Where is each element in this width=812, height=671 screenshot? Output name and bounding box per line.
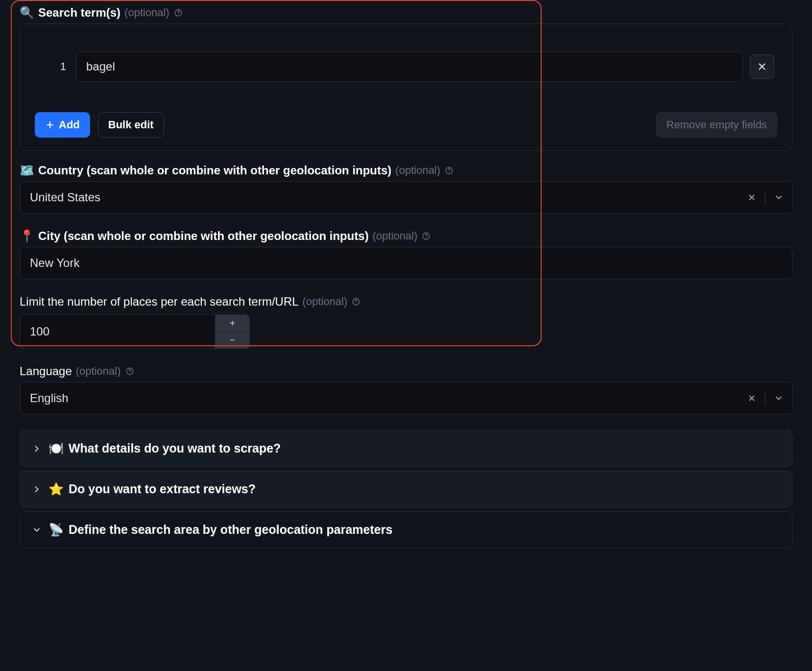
accordion-details[interactable]: 🍽️ What details do you want to scrape? <box>20 430 792 467</box>
bulk-edit-button[interactable]: Bulk edit <box>98 112 164 138</box>
chevron-right-icon <box>32 484 42 494</box>
remove-empty-button[interactable]: Remove empty fields <box>656 112 777 138</box>
help-icon[interactable] <box>351 297 361 307</box>
chevron-down-icon <box>32 525 42 535</box>
city-label: 📍 City (scan whole or combine with other… <box>0 225 812 247</box>
country-select[interactable]: United States <box>20 181 792 214</box>
limit-label-text: Limit the number of places per each sear… <box>20 295 299 309</box>
add-term-label: Add <box>59 119 80 131</box>
chevron-down-icon <box>774 393 784 403</box>
svg-point-5 <box>426 238 427 238</box>
optional-tag: (optional) <box>395 164 440 177</box>
help-icon[interactable] <box>125 366 135 376</box>
limit-input[interactable] <box>20 315 215 348</box>
star-icon: ⭐ <box>48 482 64 496</box>
pin-icon: 📍 <box>20 229 34 243</box>
accordion-details-title: What details do you want to scrape? <box>69 441 281 455</box>
search-terms-label-text: Search term(s) <box>38 6 120 20</box>
plus-icon <box>45 120 55 130</box>
optional-tag: (optional) <box>76 365 121 378</box>
accordion-geolocation[interactable]: 📡 Define the search area by other geoloc… <box>20 511 792 548</box>
language-label: Language (optional) <box>0 360 812 382</box>
chevron-right-icon <box>32 444 42 454</box>
city-label-text: City (scan whole or combine with other g… <box>38 229 369 243</box>
svg-point-1 <box>178 14 178 15</box>
language-label-text: Language <box>20 364 72 378</box>
language-select[interactable]: English <box>20 382 792 414</box>
language-value: English <box>30 391 739 405</box>
help-icon[interactable] <box>444 166 454 175</box>
accordion-reviews[interactable]: ⭐ Do you want to extract reviews? <box>20 471 792 507</box>
help-icon[interactable] <box>421 231 431 241</box>
antenna-icon: 📡 <box>48 523 64 537</box>
remove-term-button[interactable] <box>750 54 774 79</box>
help-icon[interactable] <box>173 8 183 18</box>
city-input[interactable] <box>30 256 782 270</box>
limit-label: Limit the number of places per each sear… <box>0 291 812 312</box>
close-icon <box>747 193 756 202</box>
limit-decrement-button[interactable]: − <box>215 332 249 349</box>
remove-empty-label: Remove empty fields <box>667 119 767 131</box>
minus-icon: − <box>230 335 236 345</box>
plus-icon: + <box>230 318 236 328</box>
search-term-row: 1 <box>35 51 777 82</box>
limit-input-wrapper: + − <box>20 314 250 349</box>
optional-tag: (optional) <box>303 295 348 308</box>
search-term-input[interactable] <box>76 51 743 82</box>
chevron-down-icon <box>774 192 784 202</box>
search-icon: 🔍 <box>20 6 34 20</box>
search-terms-actions: Add Bulk edit Remove empty fields <box>35 112 777 138</box>
limit-increment-button[interactable]: + <box>215 315 249 332</box>
country-label-text: Country (scan whole or combine with othe… <box>38 164 391 177</box>
svg-point-9 <box>129 373 130 373</box>
term-index: 1 <box>35 60 69 73</box>
bulk-edit-label: Bulk edit <box>108 119 154 131</box>
plate-icon: 🍽️ <box>48 441 64 455</box>
map-icon: 🗺️ <box>20 164 34 177</box>
country-value: United States <box>30 191 739 204</box>
language-clear-button[interactable] <box>739 383 765 414</box>
city-input-wrapper <box>20 247 792 279</box>
search-terms-label: 🔍 Search term(s) (optional) <box>0 2 812 24</box>
country-label: 🗺️ Country (scan whole or combine with o… <box>0 160 812 181</box>
add-term-button[interactable]: Add <box>35 112 90 138</box>
language-dropdown-button[interactable] <box>765 383 792 414</box>
optional-tag: (optional) <box>373 230 418 242</box>
svg-point-7 <box>356 303 357 304</box>
close-icon <box>747 394 756 403</box>
accordion-reviews-title: Do you want to extract reviews? <box>69 482 256 496</box>
country-dropdown-button[interactable] <box>765 182 792 213</box>
svg-point-3 <box>449 172 449 172</box>
search-terms-group: 1 Add Bulk edit Remove empty fields <box>20 24 792 151</box>
country-clear-button[interactable] <box>739 182 765 213</box>
accordion-geolocation-title: Define the search area by other geolocat… <box>69 523 392 537</box>
optional-tag: (optional) <box>124 6 169 19</box>
